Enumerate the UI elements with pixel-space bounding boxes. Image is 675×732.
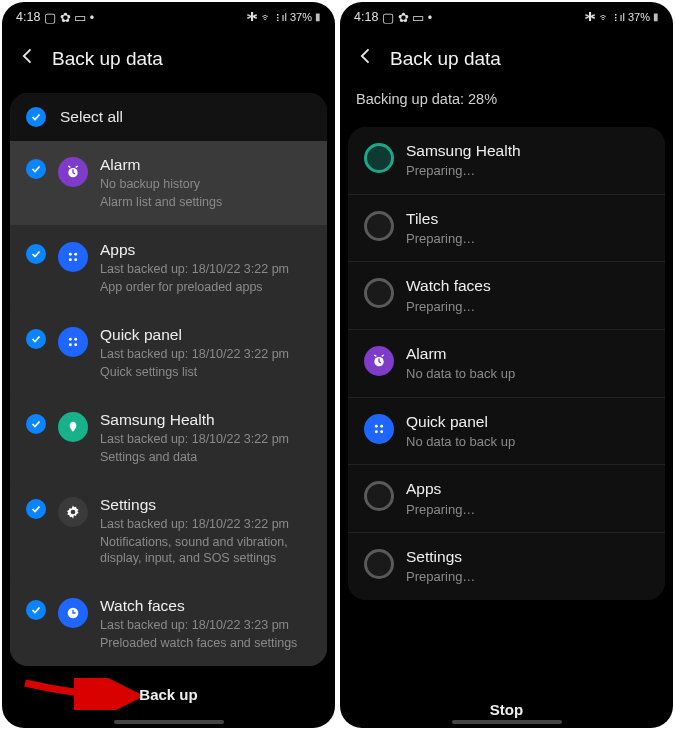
svg-point-5: [69, 338, 72, 341]
item-title: Settings: [100, 495, 311, 515]
back-icon[interactable]: [356, 46, 376, 71]
progress-ring-icon: [364, 549, 394, 579]
item-subtitle: Last backed up: 18/10/22 3:22 pm: [100, 346, 311, 363]
back-icon[interactable]: [18, 46, 38, 71]
status-left-icons: ▢ ✿ ▭ •: [44, 10, 94, 25]
list-item: Alarm No data to back up: [348, 330, 665, 398]
item-subtitle: Last backed up: 18/10/22 3:22 pm: [100, 261, 311, 278]
svg-point-14: [380, 425, 383, 428]
backup-list: Select all Alarm No backup history Alarm…: [10, 93, 327, 666]
item-title: Quick panel: [406, 412, 649, 432]
list-item[interactable]: Alarm No backup history Alarm list and s…: [10, 141, 327, 226]
alarm-icon: [364, 346, 394, 376]
backup-button-label: Back up: [139, 686, 197, 703]
health-icon: [58, 412, 88, 442]
list-item: Tiles Preparing…: [348, 195, 665, 263]
backup-button[interactable]: Back up: [2, 666, 335, 713]
item-title: Tiles: [406, 209, 649, 229]
list-item: Watch faces Preparing…: [348, 262, 665, 330]
checkbox-icon[interactable]: [26, 244, 46, 264]
svg-point-4: [74, 258, 77, 261]
progress-ring-icon: [364, 278, 394, 308]
svg-point-13: [375, 425, 378, 428]
list-item: Samsung Health Preparing…: [348, 127, 665, 195]
list-item[interactable]: Watch faces Last backed up: 18/10/22 3:2…: [10, 582, 327, 666]
select-all-label: Select all: [60, 108, 123, 126]
alarm-icon: [58, 157, 88, 187]
list-item[interactable]: Samsung Health Last backed up: 18/10/22 …: [10, 396, 327, 481]
status-battery: 37%: [628, 11, 650, 23]
battery-icon: ▮: [315, 12, 321, 22]
status-left-icons: ▢ ✿ ▭ •: [382, 10, 432, 25]
svg-point-1: [69, 253, 72, 256]
list-item[interactable]: Quick panel Last backed up: 18/10/22 3:2…: [10, 311, 327, 396]
home-indicator[interactable]: [452, 720, 562, 724]
home-indicator[interactable]: [114, 720, 224, 724]
svg-point-16: [380, 430, 383, 433]
item-status: No data to back up: [406, 365, 649, 383]
phone-screenshot-right: 4:18 ▢ ✿ ▭ • ✱ ᯤ ⫶ıl 37% ▮ Back up data …: [340, 2, 673, 728]
item-description: App order for preloaded apps: [100, 279, 311, 296]
battery-icon: ▮: [653, 12, 659, 22]
progress-ring-icon: [364, 211, 394, 241]
page-header: Back up data: [340, 32, 673, 85]
progress-label: Backing up data: 28%: [340, 85, 673, 119]
item-description: Quick settings list: [100, 364, 311, 381]
item-status: Preparing…: [406, 298, 649, 316]
list-item: Apps Preparing…: [348, 465, 665, 533]
item-title: Watch faces: [100, 596, 311, 616]
svg-point-15: [375, 430, 378, 433]
checkbox-icon[interactable]: [26, 107, 46, 127]
item-description: Preloaded watch faces and settings: [100, 635, 311, 652]
svg-point-3: [69, 258, 72, 261]
stop-button-label: Stop: [490, 701, 523, 718]
list-item: Settings Preparing…: [348, 533, 665, 600]
item-description: Alarm list and settings: [100, 194, 311, 211]
item-title: Samsung Health: [406, 141, 649, 161]
progress-ring-icon: [364, 481, 394, 511]
status-time: 4:18: [16, 10, 40, 24]
item-title: Watch faces: [406, 276, 649, 296]
checkbox-icon[interactable]: [26, 414, 46, 434]
grid-icon: [364, 414, 394, 444]
checkbox-icon[interactable]: [26, 499, 46, 519]
item-title: Settings: [406, 547, 649, 567]
svg-point-10: [71, 509, 76, 514]
status-bar: 4:18 ▢ ✿ ▭ • ✱ ᯤ ⫶ıl 37% ▮: [340, 2, 673, 32]
list-item[interactable]: Apps Last backed up: 18/10/22 3:22 pm Ap…: [10, 226, 327, 311]
page-header: Back up data: [2, 32, 335, 85]
svg-point-7: [69, 343, 72, 346]
status-time: 4:18: [354, 10, 378, 24]
item-status: No data to back up: [406, 433, 649, 451]
grid-icon: [58, 327, 88, 357]
select-all-row[interactable]: Select all: [10, 93, 327, 141]
item-subtitle: Last backed up: 18/10/22 3:22 pm: [100, 516, 311, 533]
list-item: Quick panel No data to back up: [348, 398, 665, 466]
checkbox-icon[interactable]: [26, 329, 46, 349]
item-title: Apps: [100, 240, 311, 260]
item-title: Quick panel: [100, 325, 311, 345]
item-description: Settings and data: [100, 449, 311, 466]
item-title: Samsung Health: [100, 410, 311, 430]
item-status: Preparing…: [406, 162, 649, 180]
item-subtitle: No backup history: [100, 176, 311, 193]
item-title: Alarm: [100, 155, 311, 175]
item-status: Preparing…: [406, 230, 649, 248]
checkbox-icon[interactable]: [26, 600, 46, 620]
item-status: Preparing…: [406, 568, 649, 586]
item-subtitle: Last backed up: 18/10/22 3:22 pm: [100, 431, 311, 448]
phone-screenshot-left: 4:18 ▢ ✿ ▭ • ✱ ᯤ ⫶ıl 37% ▮ Back up data …: [2, 2, 335, 728]
svg-point-2: [74, 253, 77, 256]
checkbox-icon[interactable]: [26, 159, 46, 179]
svg-point-8: [74, 343, 77, 346]
progress-ring-icon: [364, 143, 394, 173]
svg-point-6: [74, 338, 77, 341]
item-title: Alarm: [406, 344, 649, 364]
item-title: Apps: [406, 479, 649, 499]
list-item[interactable]: Settings Last backed up: 18/10/22 3:22 p…: [10, 481, 327, 583]
apps-icon: [58, 242, 88, 272]
status-right-icons: ✱ ᯤ ⫶ıl: [247, 11, 287, 23]
item-subtitle: Last backed up: 18/10/22 3:23 pm: [100, 617, 311, 634]
page-title: Back up data: [52, 48, 163, 70]
item-status: Preparing…: [406, 501, 649, 519]
